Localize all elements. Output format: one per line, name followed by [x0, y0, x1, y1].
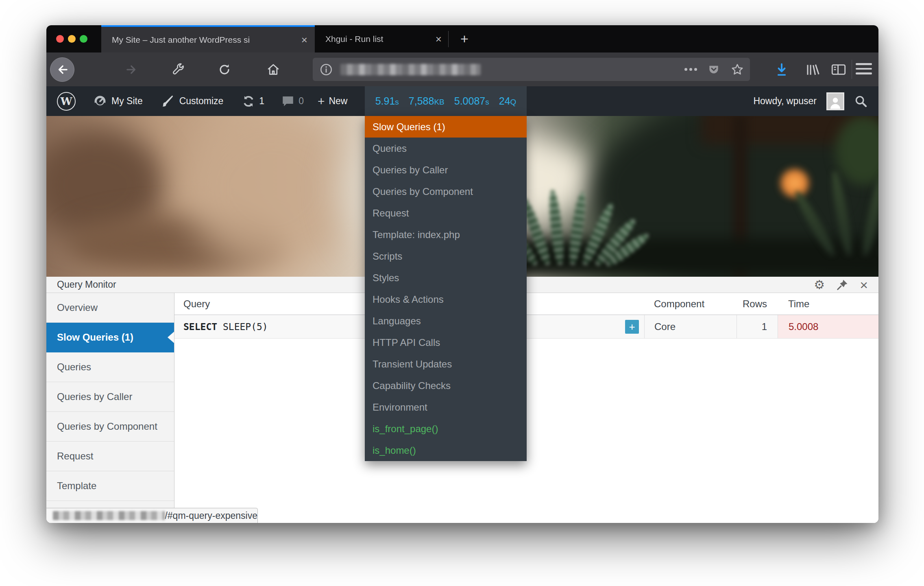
- dashboard-gauge-icon: [93, 94, 107, 109]
- updates-count: 1: [259, 96, 264, 107]
- qm-stat-memory: 7,588KB: [409, 95, 445, 107]
- pocket-icon[interactable]: [708, 63, 720, 76]
- query-monitor-stats-menu[interactable]: 5.91s 7,588KB 5.0087s 24Q: [365, 86, 527, 116]
- sidebar-item-template[interactable]: Template: [46, 471, 174, 501]
- library-button[interactable]: [804, 52, 820, 86]
- close-window-button[interactable]: [56, 35, 64, 43]
- qm-panel-title: Query Monitor: [46, 279, 116, 290]
- rows-cell: 1: [737, 315, 778, 338]
- menu-item-http-api-calls[interactable]: HTTP API Calls: [365, 332, 527, 353]
- column-header-rows[interactable]: Rows: [737, 293, 778, 315]
- menu-item-queries-by-component[interactable]: Queries by Component: [365, 181, 527, 202]
- query-monitor-dropdown: Slow Queries (1) Queries Queries by Call…: [365, 116, 527, 461]
- page-actions-icon[interactable]: [684, 68, 697, 71]
- menu-item-transient-updates[interactable]: Transient Updates: [365, 353, 527, 375]
- menu-item-scripts[interactable]: Scripts: [365, 245, 527, 267]
- menu-button[interactable]: [856, 63, 872, 74]
- tab-divider: [448, 31, 449, 47]
- sidebars-button[interactable]: [830, 52, 847, 86]
- my-site-menu[interactable]: My Site: [93, 86, 143, 116]
- tab-my-site[interactable]: My Site – Just another WordPress si ×: [101, 25, 315, 52]
- tab-title: My Site – Just another WordPress si: [101, 35, 294, 45]
- new-content-menu[interactable]: + New: [304, 86, 348, 116]
- maximize-window-button[interactable]: [80, 35, 87, 43]
- brush-icon: [161, 94, 175, 108]
- menu-item-queries-by-caller[interactable]: Queries by Caller: [365, 159, 527, 181]
- menu-item-slow-queries[interactable]: Slow Queries (1): [365, 116, 527, 138]
- customize-menu[interactable]: Customize: [161, 86, 224, 116]
- site-info-icon[interactable]: [319, 63, 333, 77]
- tab-close-icon[interactable]: ×: [294, 35, 315, 45]
- close-panel-icon[interactable]: ×: [860, 278, 868, 292]
- settings-gear-icon[interactable]: ⚙: [814, 279, 825, 291]
- home-button[interactable]: [261, 52, 285, 86]
- menu-item-is-home[interactable]: is_home(): [365, 440, 527, 461]
- forward-button[interactable]: [120, 52, 144, 86]
- forward-icon: [126, 63, 138, 76]
- sidebar-item-queries-by-component[interactable]: Queries by Component: [46, 412, 174, 442]
- reload-icon: [218, 63, 231, 76]
- wp-admin-bar: W My Site Customize 1 0 + New: [46, 86, 878, 116]
- updates-menu[interactable]: 1: [241, 86, 264, 116]
- redacted-url-text: [340, 64, 481, 75]
- customize-label: Customize: [179, 96, 224, 107]
- avatar[interactable]: [826, 92, 844, 110]
- tab-bar: My Site – Just another WordPress si × Xh…: [46, 25, 878, 52]
- menu-item-environment[interactable]: Environment: [365, 396, 527, 418]
- my-site-label: My Site: [111, 96, 143, 107]
- menu-item-capability-checks[interactable]: Capability Checks: [365, 375, 527, 396]
- corner-plant: [819, 132, 878, 254]
- howdy-label[interactable]: Howdy, wpuser: [753, 96, 817, 107]
- download-icon: [774, 62, 789, 77]
- search-icon[interactable]: [854, 94, 868, 108]
- sidebar-item-queries-by-caller[interactable]: Queries by Caller: [46, 382, 174, 412]
- new-label: New: [329, 96, 347, 107]
- library-icon: [804, 62, 820, 77]
- menu-item-request[interactable]: Request: [365, 202, 527, 224]
- tab-title: Xhgui - Run list: [315, 34, 428, 44]
- comments-count: 0: [299, 96, 304, 107]
- tab-xhgui[interactable]: Xhgui - Run list ×: [315, 25, 449, 52]
- sidebar-item-request[interactable]: Request: [46, 442, 174, 471]
- qm-stat-load-time: 5.91s: [375, 95, 399, 107]
- plus-icon: +: [318, 94, 325, 108]
- sidebar-toggle-icon: [830, 62, 847, 77]
- reload-button[interactable]: [212, 52, 237, 86]
- home-icon: [266, 63, 280, 77]
- updates-icon: [241, 94, 256, 109]
- wordpress-logo-icon: W: [57, 92, 76, 111]
- column-header-time[interactable]: Time: [778, 293, 878, 315]
- comments-menu[interactable]: 0: [281, 86, 304, 116]
- expand-toggle-button[interactable]: +: [625, 320, 639, 334]
- toolbar-divider: [852, 60, 852, 79]
- active-arrow: [168, 332, 174, 343]
- menu-item-hooks-actions[interactable]: Hooks & Actions: [365, 289, 527, 310]
- qm-stat-query-count: 24Q: [499, 95, 516, 107]
- back-icon: [50, 57, 74, 82]
- menu-item-styles[interactable]: Styles: [365, 267, 527, 289]
- sidebar-item-slow-queries[interactable]: Slow Queries (1): [46, 323, 174, 352]
- qm-stat-query-time: 5.0087s: [454, 95, 489, 107]
- column-header-component[interactable]: Component: [644, 293, 737, 315]
- menu-item-queries[interactable]: Queries: [365, 138, 527, 159]
- page-tools-button[interactable]: [166, 52, 191, 86]
- qm-sidebar: Overview Slow Queries (1) Queries Querie…: [46, 293, 174, 523]
- navigation-toolbar: [46, 52, 878, 86]
- minimize-window-button[interactable]: [68, 35, 76, 43]
- tab-close-icon[interactable]: ×: [428, 34, 449, 44]
- menu-item-languages[interactable]: Languages: [365, 310, 527, 332]
- url-bar[interactable]: [313, 58, 750, 81]
- pin-icon[interactable]: [836, 279, 848, 291]
- wrench-icon: [172, 63, 185, 76]
- back-button[interactable]: [50, 52, 75, 86]
- bookmark-star-icon[interactable]: [730, 63, 744, 77]
- downloads-button[interactable]: [774, 52, 789, 86]
- menu-item-is-front-page[interactable]: is_front_page(): [365, 418, 527, 440]
- sidebar-item-overview[interactable]: Overview: [46, 293, 174, 323]
- status-link-text: /#qm-query-expensive: [165, 510, 257, 521]
- menu-item-template[interactable]: Template: index.php: [365, 224, 527, 245]
- new-tab-button[interactable]: +: [453, 25, 476, 52]
- wp-logo-menu[interactable]: W: [46, 86, 76, 116]
- comments-icon: [281, 94, 295, 109]
- sidebar-item-queries[interactable]: Queries: [46, 352, 174, 382]
